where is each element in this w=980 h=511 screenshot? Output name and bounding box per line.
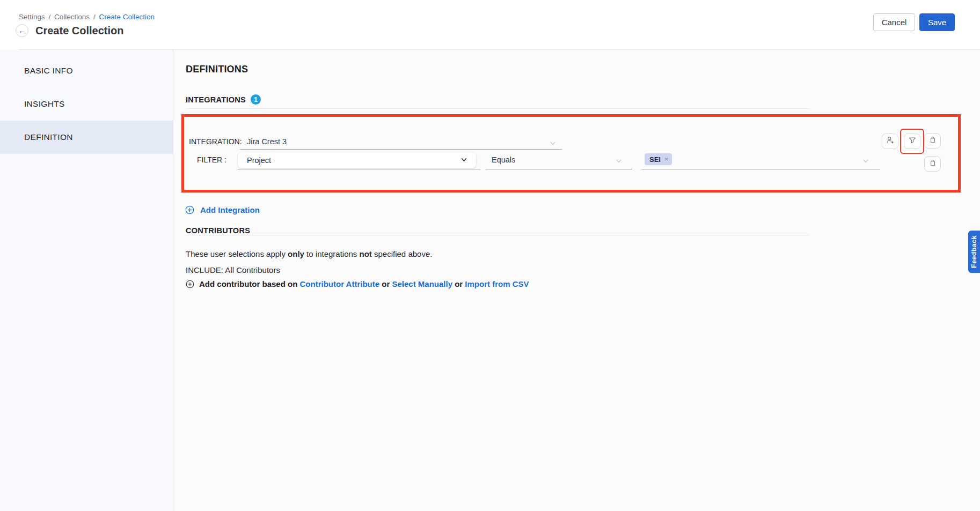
definitions-title: DEFINITIONS [186, 64, 248, 75]
sidebar-item-basic-info[interactable]: BASIC INFO [0, 54, 173, 87]
page-title: Create Collection [35, 25, 123, 37]
add-user-icon [886, 136, 895, 147]
integrations-label: INTEGRATIONS [186, 95, 246, 104]
tag-label: SEI [649, 155, 661, 164]
include-line: INCLUDE: All Contributors [186, 265, 280, 275]
back-button[interactable]: ← [16, 24, 28, 37]
sidebar-item-definition[interactable]: DEFINITION [0, 121, 173, 154]
filter-field-value: Project [247, 156, 271, 165]
tag-remove-icon[interactable]: × [664, 155, 668, 163]
create-collection-page: Settings / Collections / Create Collecti… [0, 0, 980, 511]
note-bold-only: only [288, 249, 304, 258]
filter-field-select[interactable]: Project [238, 152, 476, 168]
note-text: These user selections apply [186, 249, 288, 258]
breadcrumb-collections[interactable]: Collections [54, 13, 90, 21]
integrations-divider [186, 108, 810, 109]
chevron-down-icon [862, 157, 869, 165]
integration-select[interactable] [240, 133, 562, 150]
add-contributor-row: Add contributor based on Contributor Att… [186, 279, 529, 288]
integration-select-value: Jira Crest 3 [247, 137, 287, 146]
filter-operator-value: Equals [492, 155, 515, 164]
note-bold-not: not [360, 249, 372, 258]
plus-circle-icon [185, 205, 194, 214]
chevron-down-icon [615, 157, 623, 165]
page-header: Settings / Collections / Create Collecti… [0, 0, 980, 50]
note-text: specified above. [372, 249, 433, 258]
back-arrow-icon: ← [18, 26, 26, 35]
contributors-divider [186, 235, 810, 235]
filter-values-select[interactable] [641, 153, 880, 169]
or-word: or [455, 279, 463, 288]
delete-filter-row-button[interactable] [924, 156, 941, 172]
filter-value-tag: SEI × [645, 153, 672, 165]
filter-label: FILTER : [189, 155, 226, 164]
breadcrumb-separator: / [47, 13, 53, 21]
contributors-section-header: CONTRIBUTORS [186, 226, 250, 235]
feedback-tab[interactable]: Feedback [968, 231, 980, 273]
filter-field-underline [238, 169, 480, 169]
sidebar-item-insights[interactable]: INSIGHTS [0, 87, 173, 121]
breadcrumb-separator: / [92, 13, 97, 21]
integrations-count-badge: 1 [251, 94, 261, 105]
import-from-csv-link[interactable]: Import from CSV [465, 279, 529, 288]
integration-label: INTEGRATION: [189, 137, 242, 146]
add-integration-label: Add Integration [200, 205, 260, 214]
chevron-down-icon [549, 139, 557, 147]
funnel-icon [908, 136, 917, 147]
filter-funnel-button[interactable] [904, 134, 920, 149]
settings-sidebar: BASIC INFO INSIGHTS DEFINITION [0, 50, 173, 511]
or-word: or [382, 279, 390, 288]
select-manually-link[interactable]: Select Manually [392, 279, 452, 288]
breadcrumb-settings[interactable]: Settings [19, 13, 45, 21]
plus-circle-icon [186, 280, 194, 288]
contributors-note: These user selections apply only to inte… [186, 249, 432, 258]
trash-icon [928, 159, 937, 169]
trash-icon [928, 136, 937, 146]
breadcrumb: Settings / Collections / Create Collecti… [19, 13, 155, 21]
contributor-attribute-link[interactable]: Contributor Attribute [300, 279, 380, 288]
feedback-tab-label: Feedback [970, 235, 978, 268]
add-integration-link[interactable]: Add Integration [185, 205, 260, 214]
add-contributor-text: Add contributor based on Contributor Att… [199, 279, 529, 288]
add-contributor-prefix: Add contributor based on [199, 279, 297, 288]
cancel-button[interactable]: Cancel [873, 13, 915, 31]
save-button[interactable]: Save [919, 13, 955, 31]
delete-filter-button[interactable] [924, 133, 941, 149]
breadcrumb-current[interactable]: Create Collection [99, 13, 155, 21]
add-user-button[interactable] [882, 134, 898, 149]
chevron-down-icon [460, 155, 468, 166]
integrations-section-header: INTEGRATIONS 1 [186, 94, 261, 105]
note-text: to integrations [304, 249, 360, 258]
